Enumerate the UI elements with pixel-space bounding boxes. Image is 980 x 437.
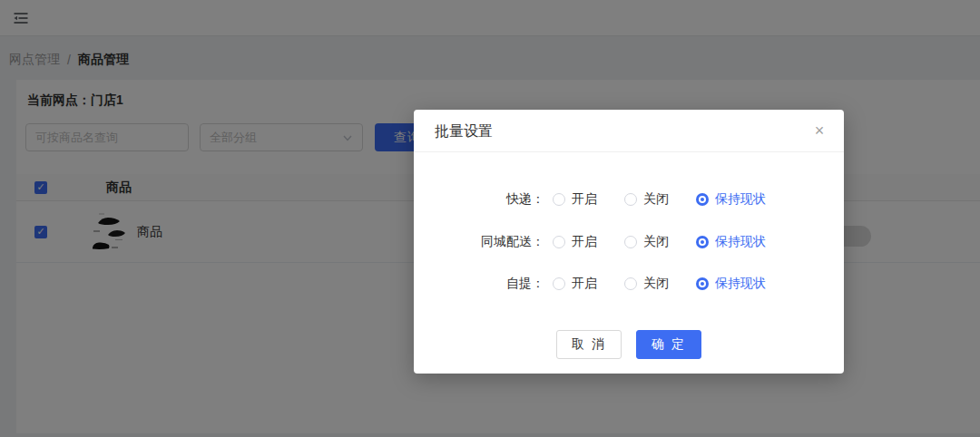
radio-option-label: 开启 bbox=[572, 191, 597, 208]
radio-selected-icon bbox=[696, 193, 709, 206]
radio-option-on[interactable]: 开启 bbox=[553, 276, 597, 292]
radio-option-label: 关闭 bbox=[643, 234, 669, 250]
radio-group-pickup: 开启 关闭 保持现状 bbox=[553, 276, 793, 292]
radio-icon bbox=[624, 236, 637, 248]
setting-row-city-delivery: 同城配送： 开启 关闭 保持现状 bbox=[414, 233, 844, 251]
radio-option-on[interactable]: 开启 bbox=[553, 191, 597, 208]
confirm-button[interactable]: 确 定 bbox=[636, 330, 701, 359]
radio-group-express: 开启 关闭 保持现状 bbox=[553, 191, 793, 208]
radio-option-label: 关闭 bbox=[643, 276, 669, 292]
radio-icon bbox=[553, 277, 565, 290]
radio-option-keep[interactable]: 保持现状 bbox=[696, 191, 766, 208]
radio-option-label: 开启 bbox=[572, 234, 597, 250]
setting-label: 同城配送： bbox=[414, 234, 544, 250]
radio-option-off[interactable]: 关闭 bbox=[624, 234, 669, 250]
radio-option-on[interactable]: 开启 bbox=[553, 234, 597, 250]
setting-row-pickup: 自提： 开启 关闭 保持现状 bbox=[414, 275, 844, 293]
radio-selected-icon bbox=[696, 236, 709, 248]
close-icon[interactable]: × bbox=[809, 121, 829, 141]
page: 网点管理 / 商品管理 当前网点：门店1 全部分组 查询 ✓ 商品 ✓ bbox=[0, 0, 980, 437]
radio-option-label: 保持现状 bbox=[715, 191, 766, 208]
radio-option-label: 保持现状 bbox=[715, 276, 766, 292]
modal-title: 批量设置 bbox=[435, 122, 493, 141]
batch-settings-modal: 批量设置 × 快递： 开启 关闭 保持现状 bbox=[414, 110, 844, 374]
radio-option-keep[interactable]: 保持现状 bbox=[696, 276, 766, 292]
radio-option-keep[interactable]: 保持现状 bbox=[696, 234, 766, 250]
setting-label: 自提： bbox=[414, 276, 544, 292]
radio-option-label: 关闭 bbox=[643, 191, 669, 208]
setting-label: 快递： bbox=[414, 191, 544, 208]
radio-icon bbox=[624, 193, 637, 206]
radio-option-label: 保持现状 bbox=[715, 234, 766, 250]
setting-row-express: 快递： 开启 关闭 保持现状 bbox=[414, 190, 844, 209]
radio-group-city-delivery: 开启 关闭 保持现状 bbox=[553, 234, 793, 250]
radio-icon bbox=[553, 236, 565, 248]
modal-footer: 取 消 确 定 bbox=[414, 330, 844, 359]
radio-selected-icon bbox=[696, 277, 709, 290]
modal-header: 批量设置 × bbox=[414, 110, 844, 152]
radio-option-off[interactable]: 关闭 bbox=[624, 191, 669, 208]
cancel-button[interactable]: 取 消 bbox=[556, 330, 622, 359]
radio-icon bbox=[624, 277, 637, 290]
radio-option-off[interactable]: 关闭 bbox=[624, 276, 669, 292]
radio-option-label: 开启 bbox=[572, 276, 597, 292]
radio-icon bbox=[553, 193, 565, 206]
